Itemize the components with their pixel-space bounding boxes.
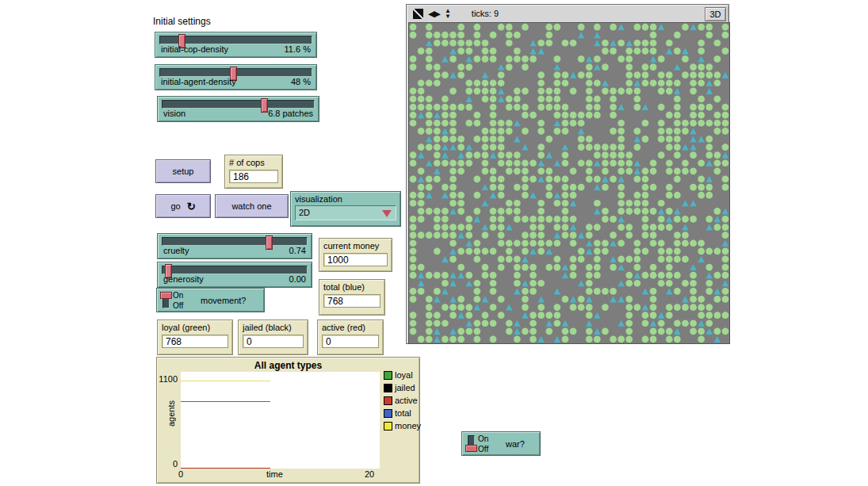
legend-item-money: money bbox=[384, 421, 421, 431]
legend-label: money bbox=[395, 421, 421, 431]
ticks-counter: ticks: 9 bbox=[472, 9, 499, 18]
slider-groove[interactable] bbox=[162, 100, 315, 109]
forever-icon: ↻ bbox=[187, 201, 196, 212]
watch-one-button[interactable]: watch one bbox=[215, 194, 289, 218]
visualization-chooser[interactable]: visualization 2D bbox=[290, 191, 401, 227]
initial-settings-heading: Initial settings bbox=[153, 16, 211, 27]
monitor-label: loyal (green) bbox=[162, 323, 228, 333]
x-tick-min: 0 bbox=[178, 469, 183, 479]
monitor-value: 768 bbox=[162, 335, 228, 348]
monitor-label: current money bbox=[323, 241, 388, 251]
monitor-num-cops: # of cops 186 bbox=[224, 155, 283, 189]
slider-vision[interactable]: vision6.8 patches bbox=[157, 96, 319, 122]
legend-label: loyal bbox=[395, 370, 413, 380]
vertical-arrows-icon[interactable]: ▲▼ bbox=[445, 8, 451, 19]
legend-item-loyal: loyal bbox=[384, 370, 421, 380]
slider-label: initial-cop-density bbox=[161, 44, 228, 55]
all-agent-types-plot: All agent types 1100 0 agents 0 time 20 … bbox=[156, 357, 420, 484]
monitor-label: total (blue) bbox=[323, 282, 380, 293]
setup-button-label: setup bbox=[173, 166, 194, 176]
switch-handle[interactable] bbox=[160, 292, 172, 299]
slider-groove[interactable] bbox=[162, 266, 308, 274]
slider-label: initial-agent-density bbox=[161, 77, 236, 88]
y-tick-min: 0 bbox=[157, 459, 178, 469]
plot-line-active bbox=[181, 468, 270, 469]
world-canvas bbox=[408, 22, 730, 344]
slider-initial-cop-density[interactable]: initial-cop-density11.6 % bbox=[155, 32, 317, 58]
slider-value: 0.00 bbox=[289, 274, 306, 285]
chooser-dropdown[interactable]: 2D bbox=[295, 205, 396, 220]
y-tick-max: 1100 bbox=[157, 374, 178, 384]
monitor-loyal-green: loyal (green) 768 bbox=[157, 320, 233, 355]
monitor-value: 0 bbox=[243, 335, 304, 348]
monitor-total-blue: total (blue) 768 bbox=[319, 279, 385, 316]
monitor-label: # of cops bbox=[229, 158, 278, 168]
legend-swatch bbox=[384, 422, 392, 431]
legend-label: jailed bbox=[395, 383, 415, 392]
x-axis-label: time bbox=[266, 469, 283, 479]
slider-label: generosity bbox=[163, 274, 204, 285]
slider-value: 48 % bbox=[291, 77, 311, 88]
slider-label: vision bbox=[163, 109, 185, 120]
legend-item-active: active bbox=[384, 396, 421, 405]
plot-line-total bbox=[181, 401, 270, 402]
slider-label: cruelty bbox=[163, 246, 189, 257]
view-header: ◀▶ ▲▼ ticks: 9 3D bbox=[407, 5, 728, 22]
monitor-jailed-black: jailed (black) 0 bbox=[238, 320, 308, 355]
movement-switch[interactable]: On Off movement? bbox=[156, 288, 265, 312]
plot-title: All agent types bbox=[157, 358, 419, 371]
switch-on-label: On bbox=[173, 290, 183, 300]
monitor-label: jailed (black) bbox=[243, 323, 304, 333]
chooser-selected-value: 2D bbox=[299, 208, 310, 217]
x-tick-max: 20 bbox=[365, 469, 374, 479]
y-axis-label: agents bbox=[166, 400, 176, 427]
chooser-label: visualization bbox=[295, 194, 396, 204]
switch-off-label: Off bbox=[173, 300, 183, 311]
legend-swatch bbox=[384, 384, 392, 392]
setup-button[interactable]: setup bbox=[155, 159, 211, 183]
switch-on-label: On bbox=[478, 434, 488, 444]
legend-item-total: total bbox=[384, 408, 421, 418]
go-button-label: go bbox=[170, 201, 180, 211]
slider-value: 0.74 bbox=[289, 246, 306, 257]
world-view: ◀▶ ▲▼ ticks: 9 3D bbox=[406, 4, 729, 344]
monitor-active-red: active (red) 0 bbox=[317, 320, 384, 355]
legend-label: total bbox=[395, 408, 411, 418]
legend-swatch bbox=[384, 396, 392, 405]
slider-groove[interactable] bbox=[162, 237, 308, 246]
monitor-current-money: current money 1000 bbox=[319, 238, 392, 272]
switch-off-label: Off bbox=[478, 444, 488, 454]
legend-label: active bbox=[395, 396, 418, 405]
legend-swatch bbox=[384, 371, 392, 380]
monitor-value: 186 bbox=[229, 170, 278, 183]
horizontal-arrows-icon[interactable]: ◀▶ bbox=[428, 10, 440, 18]
diagonal-resize-icon[interactable] bbox=[413, 9, 423, 19]
switch-handle[interactable] bbox=[465, 445, 477, 452]
chevron-down-icon bbox=[382, 210, 392, 217]
slider-cruelty[interactable]: cruelty0.74 bbox=[157, 233, 312, 259]
3d-button[interactable]: 3D bbox=[705, 7, 726, 21]
go-button[interactable]: go ↻ bbox=[155, 194, 211, 218]
switch-name: movement? bbox=[201, 289, 246, 312]
slider-generosity[interactable]: generosity0.00 bbox=[157, 262, 312, 288]
plot-area bbox=[181, 372, 380, 469]
slider-value: 11.6 % bbox=[285, 44, 311, 55]
switch-name: war? bbox=[506, 432, 525, 455]
war-switch[interactable]: On Off war? bbox=[461, 431, 541, 456]
monitor-value: 1000 bbox=[323, 253, 388, 266]
legend-item-jailed: jailed bbox=[384, 383, 421, 392]
monitor-value: 0 bbox=[322, 335, 379, 348]
plot-legend: loyaljailedactivetotalmoney bbox=[384, 370, 421, 434]
watch-one-button-label: watch one bbox=[231, 201, 271, 211]
monitor-value: 768 bbox=[323, 294, 380, 308]
plot-line-money bbox=[181, 381, 270, 381]
monitor-label: active (red) bbox=[322, 323, 379, 333]
slider-initial-agent-density[interactable]: initial-agent-density48 % bbox=[155, 64, 317, 90]
slider-value: 6.8 patches bbox=[268, 109, 313, 120]
legend-swatch bbox=[384, 409, 392, 418]
